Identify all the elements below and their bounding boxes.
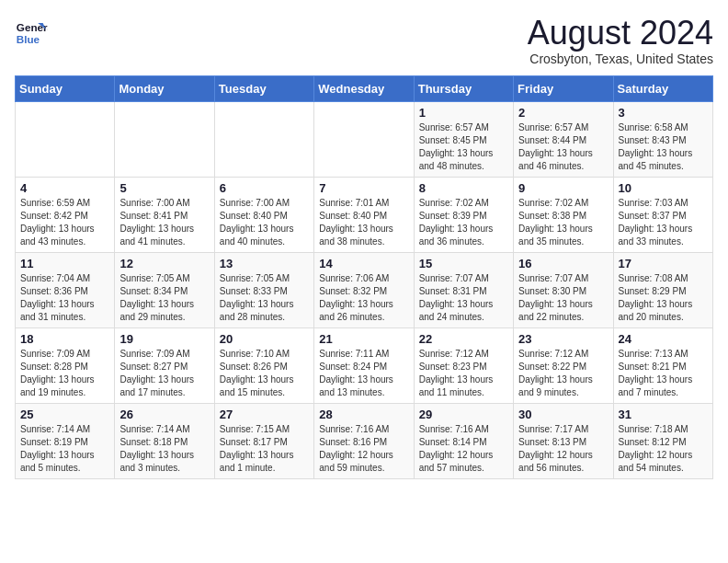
title-block: August 2024 Crosbyton, Texas, United Sta… [528,15,713,66]
calendar-cell: 20Sunrise: 7:10 AM Sunset: 8:26 PM Dayli… [214,327,313,403]
day-info: Sunrise: 7:18 AM Sunset: 8:12 PM Dayligh… [619,423,708,475]
day-number: 8 [419,181,508,195]
day-number: 15 [419,257,508,270]
weekday-header-saturday: Saturday [613,75,712,101]
calendar-cell: 19Sunrise: 7:09 AM Sunset: 8:27 PM Dayli… [115,327,214,403]
day-info: Sunrise: 7:09 AM Sunset: 8:28 PM Dayligh… [20,348,109,399]
day-info: Sunrise: 7:01 AM Sunset: 8:40 PM Dayligh… [319,197,408,248]
day-info: Sunrise: 7:11 AM Sunset: 8:24 PM Dayligh… [319,348,408,399]
calendar-cell: 2Sunrise: 6:57 AM Sunset: 8:44 PM Daylig… [514,101,613,177]
calendar-cell: 7Sunrise: 7:01 AM Sunset: 8:40 PM Daylig… [314,177,414,252]
calendar-cell: 15Sunrise: 7:07 AM Sunset: 8:31 PM Dayli… [414,252,513,327]
calendar-cell: 6Sunrise: 7:00 AM Sunset: 8:40 PM Daylig… [214,177,313,252]
weekday-header-friday: Friday [514,75,613,101]
day-number: 19 [119,332,209,346]
calendar-cell: 27Sunrise: 7:15 AM Sunset: 8:17 PM Dayli… [214,403,313,478]
calendar-cell: 13Sunrise: 7:05 AM Sunset: 8:33 PM Dayli… [214,252,313,327]
week-row-2: 4Sunrise: 6:59 AM Sunset: 8:42 PM Daylig… [16,177,713,252]
day-number: 20 [220,332,309,346]
calendar-cell: 28Sunrise: 7:16 AM Sunset: 8:16 PM Dayli… [314,403,414,478]
calendar-cell: 22Sunrise: 7:12 AM Sunset: 8:23 PM Dayli… [414,327,513,403]
calendar-cell: 23Sunrise: 7:12 AM Sunset: 8:22 PM Dayli… [514,327,613,403]
day-number: 12 [119,257,209,270]
calendar-cell: 5Sunrise: 7:00 AM Sunset: 8:41 PM Daylig… [115,177,214,252]
day-info: Sunrise: 7:04 AM Sunset: 8:36 PM Dayligh… [20,272,109,324]
week-row-5: 25Sunrise: 7:14 AM Sunset: 8:19 PM Dayli… [16,403,713,478]
day-number: 1 [419,106,508,120]
weekday-header-thursday: Thursday [414,75,513,101]
day-info: Sunrise: 7:10 AM Sunset: 8:26 PM Dayligh… [220,348,309,399]
day-info: Sunrise: 7:00 AM Sunset: 8:40 PM Dayligh… [220,197,309,248]
day-number: 18 [20,332,109,346]
day-info: Sunrise: 7:02 AM Sunset: 8:39 PM Dayligh… [419,197,508,248]
day-info: Sunrise: 7:16 AM Sunset: 8:14 PM Dayligh… [419,423,508,475]
day-info: Sunrise: 7:12 AM Sunset: 8:22 PM Dayligh… [518,348,608,399]
weekday-header-sunday: Sunday [16,75,115,101]
logo-icon: General Blue [15,15,48,48]
day-info: Sunrise: 6:59 AM Sunset: 8:42 PM Dayligh… [20,197,109,248]
day-number: 16 [518,257,608,270]
day-number: 17 [619,257,708,270]
day-number: 27 [220,408,309,421]
day-info: Sunrise: 7:03 AM Sunset: 8:37 PM Dayligh… [619,197,708,248]
week-row-4: 18Sunrise: 7:09 AM Sunset: 8:28 PM Dayli… [16,327,713,403]
calendar-cell [115,101,214,177]
day-number: 22 [419,332,508,346]
calendar-cell: 3Sunrise: 6:58 AM Sunset: 8:43 PM Daylig… [613,101,712,177]
day-info: Sunrise: 7:05 AM Sunset: 8:34 PM Dayligh… [119,272,209,324]
calendar-cell: 9Sunrise: 7:02 AM Sunset: 8:38 PM Daylig… [514,177,613,252]
day-number: 21 [319,332,408,346]
day-info: Sunrise: 7:00 AM Sunset: 8:41 PM Dayligh… [119,197,209,248]
day-info: Sunrise: 7:07 AM Sunset: 8:31 PM Dayligh… [419,272,508,324]
day-info: Sunrise: 7:17 AM Sunset: 8:13 PM Dayligh… [518,423,608,475]
day-number: 29 [419,408,508,421]
page-header: General Blue August 2024 Crosbyton, Texa… [15,15,713,66]
calendar-cell: 17Sunrise: 7:08 AM Sunset: 8:29 PM Dayli… [613,252,712,327]
calendar-cell [214,101,313,177]
day-number: 6 [220,181,309,195]
day-number: 10 [619,181,708,195]
day-number: 5 [119,181,209,195]
day-info: Sunrise: 7:13 AM Sunset: 8:21 PM Dayligh… [619,348,708,399]
day-number: 9 [518,181,608,195]
calendar-cell: 26Sunrise: 7:14 AM Sunset: 8:18 PM Dayli… [115,403,214,478]
calendar-table: SundayMondayTuesdayWednesdayThursdayFrid… [15,75,713,479]
day-number: 24 [619,332,708,346]
weekday-header-row: SundayMondayTuesdayWednesdayThursdayFrid… [16,75,713,101]
calendar-cell [314,101,414,177]
day-number: 2 [518,106,608,120]
day-number: 4 [20,181,109,195]
calendar-cell: 29Sunrise: 7:16 AM Sunset: 8:14 PM Dayli… [414,403,513,478]
day-info: Sunrise: 6:58 AM Sunset: 8:43 PM Dayligh… [619,121,708,173]
day-number: 3 [619,106,708,120]
day-info: Sunrise: 7:08 AM Sunset: 8:29 PM Dayligh… [619,272,708,324]
week-row-1: 1Sunrise: 6:57 AM Sunset: 8:45 PM Daylig… [16,101,713,177]
calendar-cell: 16Sunrise: 7:07 AM Sunset: 8:30 PM Dayli… [514,252,613,327]
day-info: Sunrise: 7:12 AM Sunset: 8:23 PM Dayligh… [419,348,508,399]
calendar-cell: 10Sunrise: 7:03 AM Sunset: 8:37 PM Dayli… [613,177,712,252]
calendar-cell [16,101,115,177]
day-number: 11 [20,257,109,270]
day-info: Sunrise: 6:57 AM Sunset: 8:45 PM Dayligh… [419,121,508,173]
calendar-cell: 14Sunrise: 7:06 AM Sunset: 8:32 PM Dayli… [314,252,414,327]
location-subtitle: Crosbyton, Texas, United States [528,52,713,66]
day-info: Sunrise: 7:07 AM Sunset: 8:30 PM Dayligh… [518,272,608,324]
logo: General Blue [15,15,48,48]
calendar-cell: 25Sunrise: 7:14 AM Sunset: 8:19 PM Dayli… [16,403,115,478]
day-info: Sunrise: 7:05 AM Sunset: 8:33 PM Dayligh… [220,272,309,324]
day-number: 7 [319,181,408,195]
day-number: 23 [518,332,608,346]
calendar-cell: 31Sunrise: 7:18 AM Sunset: 8:12 PM Dayli… [613,403,712,478]
day-number: 26 [119,408,209,421]
week-row-3: 11Sunrise: 7:04 AM Sunset: 8:36 PM Dayli… [16,252,713,327]
calendar-cell: 11Sunrise: 7:04 AM Sunset: 8:36 PM Dayli… [16,252,115,327]
day-info: Sunrise: 6:57 AM Sunset: 8:44 PM Dayligh… [518,121,608,173]
day-number: 28 [319,408,408,421]
calendar-cell: 4Sunrise: 6:59 AM Sunset: 8:42 PM Daylig… [16,177,115,252]
weekday-header-monday: Monday [115,75,214,101]
calendar-cell: 24Sunrise: 7:13 AM Sunset: 8:21 PM Dayli… [613,327,712,403]
day-number: 31 [619,408,708,421]
month-title: August 2024 [528,15,713,52]
day-info: Sunrise: 7:02 AM Sunset: 8:38 PM Dayligh… [518,197,608,248]
day-info: Sunrise: 7:09 AM Sunset: 8:27 PM Dayligh… [119,348,209,399]
